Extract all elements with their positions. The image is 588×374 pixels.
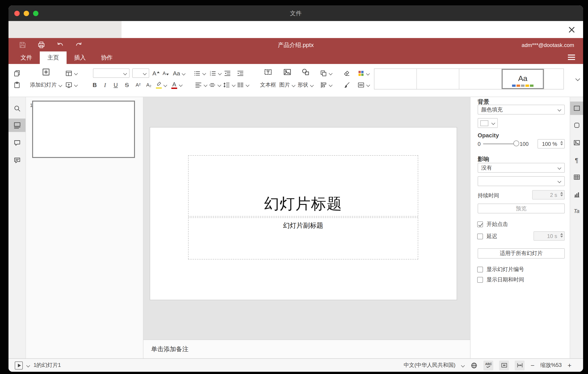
zoom-out-button[interactable]: − [531,362,535,369]
fit-slide-button[interactable] [499,360,509,370]
slide-1[interactable]: 幻灯片标题 幻灯片副标题 [150,128,457,300]
increase-indent-button[interactable] [237,70,244,77]
chevron-down-icon[interactable] [461,363,465,367]
show-slide-number-checkbox[interactable] [477,267,483,273]
add-slide-button[interactable] [42,68,50,76]
slide-layout-button[interactable] [65,70,78,77]
theme-gallery-expand-button[interactable] [576,77,579,80]
globe-icon[interactable] [471,362,478,369]
opacity-input[interactable]: 100 % [537,139,565,149]
decrease-font-button[interactable]: A [163,70,169,77]
spinner-arrows-icon[interactable] [560,192,563,196]
show-datetime-checkbox[interactable] [477,277,483,283]
sidebar-item-feedback[interactable] [9,154,25,167]
title-placeholder[interactable]: 幻灯片标题 [188,155,418,217]
start-slideshow-button[interactable] [65,81,78,88]
image-label[interactable]: 图片 [279,81,295,89]
subtitle-placeholder[interactable]: 幻灯片副标题 [188,217,418,259]
bullet-list-button[interactable] [193,70,206,77]
bold-button[interactable]: B [93,82,97,88]
spinner-arrows-icon[interactable] [560,233,563,238]
clear-style-button[interactable] [343,70,350,77]
tab-insert[interactable]: 插入 [67,51,93,64]
columns-button[interactable] [237,81,249,88]
insert-image-button[interactable] [283,68,292,76]
panel-shape-settings[interactable] [570,119,583,132]
zoom-level-label[interactable]: 缩放%53 [540,362,562,369]
background-color-picker[interactable] [478,118,498,128]
effect-variant-select[interactable] [478,176,565,186]
panel-table-settings[interactable] [570,170,583,184]
panel-image-settings[interactable] [570,136,583,149]
chevron-down-icon[interactable] [26,363,30,367]
panel-paragraph-settings[interactable]: ¶ [570,154,583,167]
textbox-button[interactable] [264,68,272,76]
panel-slide-settings[interactable] [570,101,583,115]
duration-input[interactable]: 2 s [532,190,565,199]
font-color-button[interactable]: A [171,81,182,89]
start-on-click-checkbox[interactable] [477,221,483,227]
shape-label[interactable]: 形状 [298,81,314,89]
vertical-align-button[interactable] [209,81,221,88]
spinner-arrows-icon[interactable] [560,141,563,145]
change-case-button[interactable]: Aa [173,70,185,76]
background-panel-remnant [9,21,122,38]
theme-option-2[interactable] [417,69,459,89]
tab-collaboration[interactable]: 协作 [93,51,120,64]
strikethrough-button[interactable]: S [125,82,129,88]
textbox-label[interactable]: 文本框 [260,81,276,89]
decrease-indent-button[interactable] [224,70,231,77]
copy-style-button[interactable] [343,81,350,88]
chevron-down-icon [218,83,221,87]
numbered-list-button[interactable]: 123 [209,70,222,77]
slide-thumbnail-1[interactable] [32,101,135,158]
notes-area[interactable]: 单击添加备注 [143,340,470,358]
traffic-minimize-button[interactable] [24,11,29,16]
slide-canvas[interactable]: 幻灯片标题 幻灯片副标题 [143,97,470,340]
underline-button[interactable]: U [114,82,118,88]
preview-button[interactable]: 预览 [478,204,565,213]
horizontal-align-button[interactable] [195,81,207,88]
increase-font-button[interactable]: A [152,70,159,77]
add-slide-label[interactable]: 添加幻灯片 [30,81,62,89]
effect-select[interactable]: 没有 [478,163,565,173]
tab-home[interactable]: 主页 [40,51,67,64]
traffic-close-button[interactable] [14,11,20,16]
italic-button[interactable]: I [104,82,106,88]
line-spacing-button[interactable] [223,81,235,88]
arrange-button[interactable] [320,70,332,77]
panel-textart-settings[interactable]: Ta [570,204,583,218]
sidebar-item-comments[interactable] [9,136,25,149]
slide-size-button[interactable] [357,81,370,88]
delay-checkbox[interactable] [477,233,483,239]
traffic-zoom-button[interactable] [33,11,38,16]
subscript-button[interactable]: A₂ [146,83,151,88]
theme-option-1[interactable] [374,69,417,89]
dialog-close-button[interactable] [567,25,576,34]
font-size-select[interactable] [132,68,149,78]
tab-file[interactable]: 文件 [13,51,40,64]
copy-button[interactable] [13,70,21,77]
menu-icon[interactable] [568,55,575,60]
shape-align-button[interactable] [320,81,332,88]
spellcheck-button[interactable]: ABC [484,360,494,370]
theme-option-selected[interactable]: Aa [502,69,544,89]
zoom-in-button[interactable]: + [567,362,571,369]
superscript-button[interactable]: A² [136,83,140,88]
apply-to-all-button[interactable]: 适用于所有幻灯片 [478,248,565,259]
opacity-slider-track[interactable] [483,143,517,144]
sidebar-item-slides[interactable] [9,119,25,132]
opacity-slider-knob[interactable] [513,141,519,146]
color-scheme-button[interactable] [358,70,370,77]
background-fill-select[interactable]: 颜色填充 [478,105,565,115]
insert-shape-button[interactable] [301,68,310,76]
language-label[interactable]: 中文(中华人民共和国) [404,362,455,369]
fit-width-button[interactable] [515,360,525,370]
delay-input[interactable]: 10 s [534,231,565,241]
font-family-select[interactable] [93,68,130,78]
paste-button[interactable] [13,81,21,88]
theme-option-3[interactable] [459,69,502,89]
sidebar-item-search[interactable] [9,101,25,115]
highlight-color-button[interactable] [156,82,167,88]
panel-chart-settings[interactable] [570,188,583,201]
